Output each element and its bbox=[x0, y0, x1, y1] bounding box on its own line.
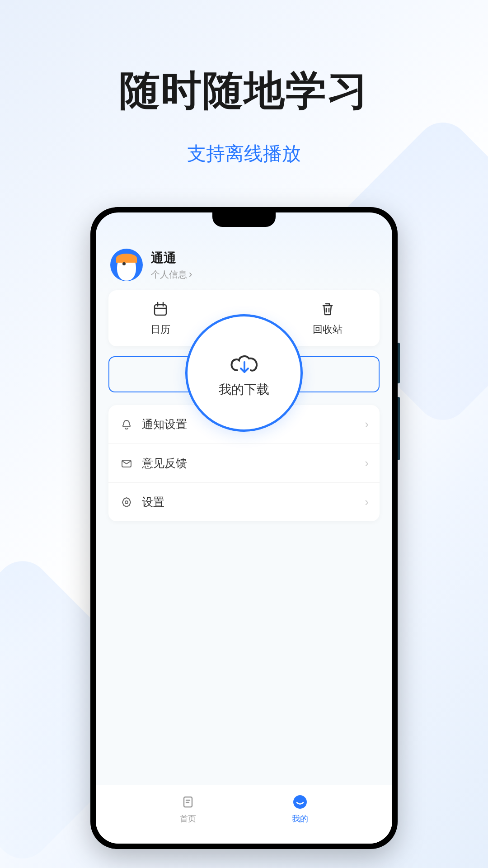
menu-label: 设置 bbox=[142, 495, 357, 509]
svg-point-4 bbox=[293, 795, 307, 809]
trash-card[interactable]: 回收站 bbox=[276, 300, 380, 336]
menu-feedback[interactable]: 意见反馈 › bbox=[108, 444, 380, 483]
trash-label: 回收站 bbox=[313, 323, 343, 336]
envelope-icon bbox=[119, 456, 134, 471]
nav-mine-label: 我的 bbox=[292, 813, 308, 824]
profile-section[interactable]: 通通 个人信息 bbox=[108, 244, 380, 290]
hero-subtitle: 支持离线播放 bbox=[0, 141, 488, 166]
profile-info-link[interactable]: 个人信息 bbox=[151, 269, 192, 281]
hero-title: 随时随地学习 bbox=[0, 63, 488, 118]
calendar-label: 日历 bbox=[150, 323, 170, 336]
phone-mockup: 通通 个人信息 日历 bbox=[90, 207, 398, 849]
gear-icon bbox=[119, 495, 134, 509]
menu-label: 意见反馈 bbox=[142, 456, 357, 471]
nav-home[interactable]: 首页 bbox=[179, 793, 197, 844]
download-label: 我的下载 bbox=[219, 381, 269, 398]
download-bubble[interactable]: 我的下载 bbox=[185, 314, 303, 432]
svg-rect-0 bbox=[155, 305, 166, 315]
chevron-right-icon: › bbox=[365, 417, 369, 431]
trash-icon bbox=[319, 300, 337, 318]
document-icon bbox=[179, 793, 197, 811]
bottom-nav: 首页 我的 bbox=[96, 785, 392, 844]
avatar[interactable] bbox=[110, 249, 143, 281]
menu-settings[interactable]: 设置 › bbox=[108, 483, 380, 521]
nav-mine[interactable]: 我的 bbox=[291, 793, 309, 844]
cloud-download-icon bbox=[228, 352, 260, 375]
smile-icon bbox=[291, 793, 309, 811]
calendar-icon bbox=[151, 300, 169, 318]
chevron-right-icon: › bbox=[365, 456, 369, 470]
nav-home-label: 首页 bbox=[180, 813, 196, 824]
chevron-right-icon: › bbox=[365, 495, 369, 509]
bell-icon bbox=[119, 417, 134, 432]
calendar-card[interactable]: 日历 bbox=[108, 300, 212, 336]
phone-notch bbox=[212, 212, 276, 227]
profile-name: 通通 bbox=[151, 250, 192, 267]
svg-point-2 bbox=[125, 501, 128, 504]
